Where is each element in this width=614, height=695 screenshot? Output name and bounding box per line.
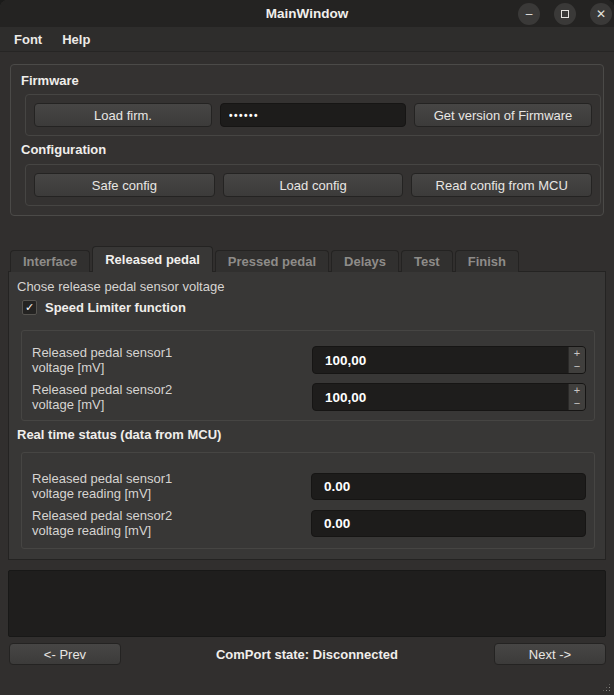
firmware-row-frame: Load firm. Get version of Firmware: [25, 94, 601, 136]
sensor2-reading-label: Released pedal sensor2 voltage reading […: [32, 508, 172, 538]
sensor2-reading-row: Released pedal sensor2 voltage reading […: [32, 509, 586, 537]
tab-pressed-pedal[interactable]: Pressed pedal: [215, 250, 329, 272]
tab-delays[interactable]: Delays: [331, 250, 399, 272]
sensor1-reading-label-line1: Released pedal sensor1: [32, 471, 172, 486]
configuration-row-frame: Safe config Load config Read config from…: [25, 164, 601, 206]
menu-font[interactable]: Font: [4, 27, 52, 52]
sensor1-voltage-spinbox[interactable]: 100,00 + −: [312, 346, 586, 374]
sensor2-reading-label-line1: Released pedal sensor2: [32, 508, 172, 523]
sensor2-reading-value: 0.00: [312, 516, 350, 531]
window-title: MainWindow: [266, 6, 348, 21]
sensor2-spin-buttons: + −: [568, 384, 585, 410]
decrement-button[interactable]: −: [569, 360, 585, 373]
sensor1-reading-row: Released pedal sensor1 voltage reading […: [32, 472, 586, 500]
get-firmware-version-button[interactable]: Get version of Firmware: [414, 103, 592, 127]
sensor1-reading-field[interactable]: 0.00: [311, 473, 586, 500]
sensor2-voltage-spinbox[interactable]: 100,00 + −: [312, 383, 586, 411]
maximize-button[interactable]: [554, 3, 576, 25]
tab-finish[interactable]: Finish: [455, 250, 519, 272]
released-pedal-pane: Chose release pedal sensor voltage ✓ Spe…: [8, 271, 606, 560]
minimize-button[interactable]: –: [518, 3, 540, 25]
sensor1-spin-buttons: + −: [568, 347, 585, 373]
tab-interface[interactable]: Interface: [10, 250, 90, 272]
firmware-password-input[interactable]: [220, 103, 406, 127]
speed-limiter-row: ✓ Speed Limiter function: [22, 300, 186, 315]
sensor2-voltage-row: Released pedal sensor2 voltage [mV] 100,…: [32, 383, 586, 411]
load-firmware-button[interactable]: Load firm.: [34, 103, 212, 127]
sensor1-voltage-row: Released pedal sensor1 voltage [mV] 100,…: [32, 346, 586, 374]
prev-button[interactable]: <- Prev: [9, 643, 121, 665]
sensor1-reading-value: 0.00: [312, 479, 350, 494]
menubar: Font Help: [0, 27, 614, 52]
sensor1-voltage-label-line1: Released pedal sensor1: [32, 345, 172, 360]
sensor1-voltage-label-line2: voltage [mV]: [32, 360, 172, 375]
close-icon: ✕: [596, 8, 606, 20]
increment-button[interactable]: +: [569, 384, 585, 397]
sensor1-reading-label-line2: voltage reading [mV]: [32, 486, 172, 501]
load-config-button[interactable]: Load config: [223, 173, 404, 197]
main-window: MainWindow – ✕ Font Help Firmware Load f…: [0, 0, 614, 695]
minimize-icon: –: [526, 8, 533, 20]
realtime-status-section-label: Real time status (data from MCU): [17, 427, 221, 442]
firmware-config-group: Firmware Load firm. Get version of Firmw…: [10, 64, 604, 216]
increment-button[interactable]: +: [569, 347, 585, 360]
sensor2-voltage-label-line2: voltage [mV]: [32, 397, 172, 412]
sensor2-voltage-value[interactable]: 100,00: [313, 390, 366, 405]
resize-grip[interactable]: [602, 683, 611, 692]
sensor2-reading-label-line2: voltage reading [mV]: [32, 523, 172, 538]
titlebar: MainWindow – ✕: [0, 0, 614, 27]
firmware-section-label: Firmware: [21, 73, 79, 88]
sensor2-voltage-label-line1: Released pedal sensor2: [32, 382, 172, 397]
tab-test[interactable]: Test: [401, 250, 453, 272]
realtime-readings-frame: Released pedal sensor1 voltage reading […: [21, 452, 595, 549]
speed-limiter-label: Speed Limiter function: [45, 300, 186, 315]
configuration-section-label: Configuration: [21, 142, 106, 157]
speed-limiter-checkbox[interactable]: ✓: [22, 300, 37, 315]
next-button[interactable]: Next ->: [494, 643, 606, 665]
window-controls: – ✕: [518, 2, 612, 25]
voltage-settings-frame: Released pedal sensor1 voltage [mV] 100,…: [21, 330, 595, 421]
safe-config-button[interactable]: Safe config: [34, 173, 215, 197]
menu-help[interactable]: Help: [52, 27, 100, 52]
checkmark-icon: ✓: [25, 302, 34, 313]
sensor2-voltage-label: Released pedal sensor2 voltage [mV]: [32, 382, 172, 412]
close-button[interactable]: ✕: [590, 3, 612, 25]
sensor1-voltage-value[interactable]: 100,00: [313, 353, 366, 368]
sensor1-reading-label: Released pedal sensor1 voltage reading […: [32, 471, 172, 501]
log-output-area[interactable]: [8, 570, 606, 637]
decrement-button[interactable]: −: [569, 397, 585, 410]
maximize-icon: [561, 10, 569, 18]
tab-released-pedal[interactable]: Released pedal: [92, 246, 213, 272]
tab-bar: Interface Released pedal Pressed pedal D…: [10, 246, 519, 272]
sensor2-reading-field[interactable]: 0.00: [311, 510, 586, 537]
read-config-from-mcu-button[interactable]: Read config from MCU: [411, 173, 592, 197]
sensor1-voltage-label: Released pedal sensor1 voltage [mV]: [32, 345, 172, 375]
instruction-text: Chose release pedal sensor voltage: [17, 279, 224, 294]
